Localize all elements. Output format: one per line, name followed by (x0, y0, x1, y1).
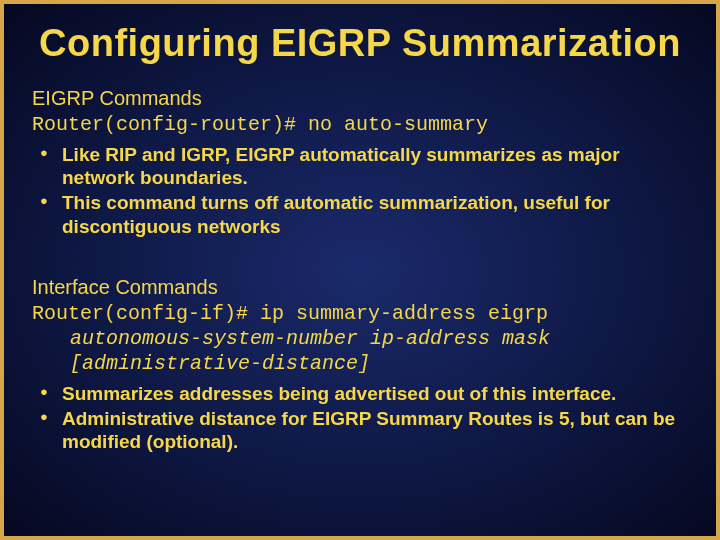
spacer (32, 252, 688, 266)
command-continuation: [administrative-distance] (32, 351, 688, 376)
section1-command: Router(config-router)# no auto-summary (32, 112, 688, 137)
command-text: no auto-summary (308, 113, 488, 136)
router-prompt: Router(config-router)# (32, 113, 308, 136)
section2-command: Router(config-if)# ip summary-address ei… (32, 301, 688, 376)
section2-bullets: Summarizes addresses being advertised ou… (32, 382, 688, 454)
router-prompt: Router(config-if)# (32, 302, 260, 325)
command-text: ip summary-address eigrp (260, 302, 548, 325)
list-item: Administrative distance for EIGRP Summar… (40, 407, 688, 453)
section1-bullets: Like RIP and IGRP, EIGRP automatically s… (32, 143, 688, 238)
slide-title: Configuring EIGRP Summarization (32, 22, 688, 65)
section2-label: Interface Commands (32, 276, 688, 299)
list-item: Like RIP and IGRP, EIGRP automatically s… (40, 143, 688, 189)
list-item: This command turns off automatic summari… (40, 191, 688, 237)
command-continuation: autonomous-system-number ip-address mask (32, 326, 688, 351)
list-item: Summarizes addresses being advertised ou… (40, 382, 688, 405)
section1-label: EIGRP Commands (32, 87, 688, 110)
slide: Configuring EIGRP Summarization EIGRP Co… (0, 0, 720, 540)
